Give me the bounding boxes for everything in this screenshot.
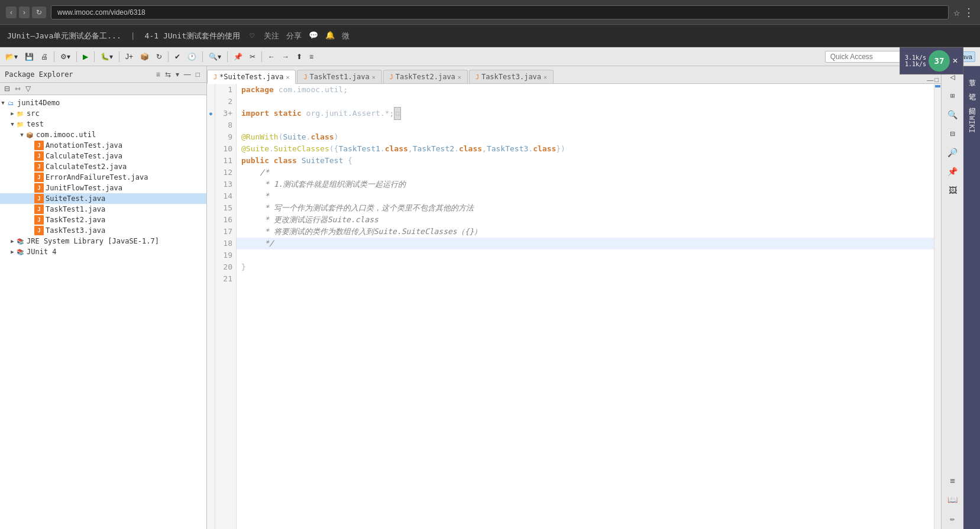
pin-button[interactable]: 📌	[231, 51, 245, 63]
expand-icon-pkg[interactable]: ▼	[19, 132, 25, 138]
link-btn[interactable]: ⇿	[13, 84, 22, 93]
editor-tab-controls[interactable]: — □	[924, 76, 941, 83]
expand-icon-junit4[interactable]: ▶	[9, 249, 15, 255]
print-button[interactable]: 🖨	[38, 51, 51, 63]
tab-tasktest1[interactable]: J TaskTest1.java ✕	[297, 70, 381, 83]
new-java-button[interactable]: J+	[122, 51, 136, 63]
sidebar-bottom-1[interactable]: ≡	[945, 472, 961, 489]
sync-button[interactable]: ↻	[153, 51, 165, 63]
nav-home[interactable]: ⬆	[293, 51, 305, 63]
history-button[interactable]: 🕐	[185, 51, 199, 63]
tab-close-suitetest[interactable]: ✕	[286, 74, 289, 80]
share-button[interactable]: 分享	[286, 31, 302, 41]
panel-controls[interactable]: ≡ ⇆ ▾ — □	[154, 70, 202, 79]
line-num-9: 9	[215, 131, 236, 143]
tab-close-tasktest3[interactable]: ✕	[544, 74, 547, 80]
tree-item-tasktest2[interactable]: J TaskTest2.java	[0, 215, 206, 225]
code-line-3: import static org.junit.Assert.*;□	[237, 108, 934, 119]
panel-menu-button[interactable]: ▾	[174, 70, 181, 79]
expand-icon[interactable]: ▼	[0, 100, 6, 106]
tab-minimize-button[interactable]: —	[927, 76, 933, 83]
keyword-class: class	[311, 131, 334, 143]
tree-item-calctest2[interactable]: J CalculateTest2.java	[0, 161, 206, 172]
tree-item-errorfailure[interactable]: J ErrorAndFailureTest.java	[0, 172, 206, 183]
collapse-all-button[interactable]: ≡	[154, 70, 162, 79]
sidebar-icon-2[interactable]: 🔍	[945, 106, 961, 123]
fold-marker[interactable]: □	[394, 107, 401, 120]
action-buttons[interactable]: 关注 分享 💬 🔔 微	[264, 31, 350, 41]
new-package-button[interactable]: 📦	[137, 51, 152, 63]
tab-close-tasktest1[interactable]: ✕	[372, 74, 376, 80]
wechat-icon[interactable]: 💬	[309, 31, 318, 41]
tab-maximize-button[interactable]: □	[934, 76, 939, 83]
sidebar-icon-4[interactable]: 🔎	[945, 144, 961, 161]
tree-item-package[interactable]: ▼ 📦 com.imooc.util	[0, 129, 206, 140]
back-button[interactable]: ‹	[6, 7, 17, 18]
nav-buttons[interactable]: ‹ › ↻	[6, 7, 46, 18]
debug-button[interactable]: 🐛▾	[98, 51, 116, 63]
follow-button[interactable]: 关注	[264, 31, 279, 41]
sidebar-bottom-3[interactable]: ✏	[945, 510, 961, 527]
far-right-zhangijie[interactable]: 章节	[966, 69, 978, 78]
tree-item-junitflow[interactable]: J JunitFlowTest.java	[0, 183, 206, 193]
settings-button[interactable]: ⚙▾	[57, 51, 73, 63]
menu-icon[interactable]: ⋮	[963, 6, 974, 18]
bookmark-icon[interactable]: ☆	[953, 6, 960, 18]
tree-item-junit4[interactable]: ▶ 📚 JUnit 4	[0, 246, 206, 257]
tree-item-junit4demo[interactable]: ▼ 🗂 junit4Demo	[0, 98, 206, 108]
url-bar[interactable]	[51, 5, 949, 20]
expand-icon-jre[interactable]: ▶	[9, 238, 15, 244]
maximize-panel-button[interactable]: □	[194, 70, 202, 79]
tab-close-tasktest2[interactable]: ✕	[458, 74, 461, 80]
expand-icon-src[interactable]: ▶	[9, 111, 15, 116]
weibo-icon[interactable]: 微	[342, 31, 350, 41]
video-title: JUnit—Java单元测试必备工...	[7, 31, 121, 41]
tree-item-tasktest1[interactable]: J TaskTest1.java	[0, 204, 206, 215]
sidebar-icon-6[interactable]: 🖼	[945, 182, 961, 199]
bell-icon[interactable]: 🔔	[325, 31, 335, 41]
gutter-mark-20	[207, 309, 215, 320]
sidebar-icon-5[interactable]: 📌	[945, 163, 961, 180]
far-right-wiki[interactable]: WIKI	[966, 111, 977, 138]
browser-actions: ☆ ⋮	[953, 6, 974, 18]
tab-label-suitetest: *SuiteTest.java	[219, 73, 283, 81]
filter-btn[interactable]: ▽	[24, 84, 33, 93]
cut-button[interactable]: ✂	[247, 51, 258, 63]
task-button[interactable]: ✔	[172, 51, 183, 63]
tree-item-src[interactable]: ▶ 📁 src	[0, 108, 206, 119]
tab-suitetest[interactable]: J *SuiteTest.java ✕	[207, 70, 296, 84]
sidebar-icon-1[interactable]: ⊞	[945, 87, 961, 104]
search-button[interactable]: 🔍▾	[206, 51, 224, 63]
tree-item-jre[interactable]: ▶ 📚 JRE System Library [JavaSE-1.7]	[0, 236, 206, 246]
run-button[interactable]: ▶	[80, 51, 91, 63]
far-right-tiwen[interactable]: 提问	[966, 97, 978, 106]
link-editor-button[interactable]: ⇆	[163, 70, 173, 79]
tree-item-test[interactable]: ▼ 📁 test	[0, 119, 206, 129]
expand-icon-test[interactable]: ▼	[9, 121, 15, 127]
breadcrumb-btn[interactable]: ≡	[306, 51, 316, 63]
tab-tasktest2[interactable]: J TaskTest2.java ✕	[383, 70, 468, 83]
tab-tasktest3[interactable]: J TaskTest3.java ✕	[469, 70, 554, 83]
editor-tabs: J *SuiteTest.java ✕ J TaskTest1.java ✕ J…	[207, 66, 941, 84]
nav-forward[interactable]: →	[279, 51, 292, 63]
tree-item-tasktest3[interactable]: J TaskTest3.java	[0, 225, 206, 236]
scroll-markers[interactable]	[934, 84, 941, 529]
sidebar-icon-3[interactable]: ⊟	[945, 125, 961, 142]
popup-close-button[interactable]: ✕	[952, 57, 958, 65]
forward-button[interactable]: ›	[19, 7, 30, 18]
tree-item-anotation[interactable]: J AnotationTest.java	[0, 140, 206, 151]
save-button[interactable]: 💾	[22, 51, 37, 63]
code-content[interactable]: package com.imooc.util; import static or…	[237, 84, 934, 529]
tree-item-suitetest[interactable]: J SuiteTest.java	[0, 193, 206, 204]
open-button[interactable]: 📂▾	[2, 51, 21, 63]
refresh-button[interactable]: ↻	[32, 7, 46, 18]
far-right-biji[interactable]: 笔记	[966, 83, 978, 92]
minimize-panel-button[interactable]: —	[182, 70, 193, 79]
like-icon[interactable]: ♡	[250, 31, 254, 40]
tree-item-calctest[interactable]: J CalculateTest.java	[0, 151, 206, 161]
comment-16: * 更改测试运行器Suite.class	[241, 214, 379, 226]
sidebar-bottom-2[interactable]: 📖	[945, 491, 961, 508]
collapse-all-btn2[interactable]: ⊟	[2, 84, 12, 93]
nav-back[interactable]: ←	[265, 51, 278, 63]
comment-14: *	[241, 190, 269, 202]
